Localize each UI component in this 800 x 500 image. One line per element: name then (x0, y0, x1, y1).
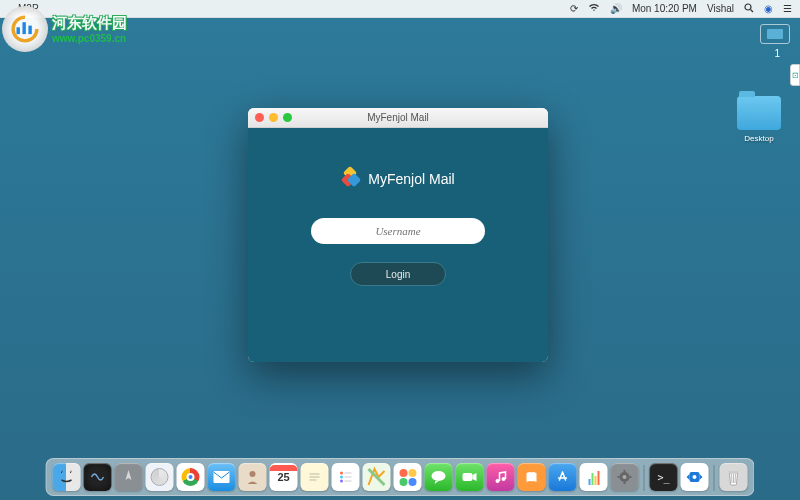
bars-icon (588, 469, 599, 485)
dock-notes[interactable] (301, 463, 329, 491)
dock-itunes[interactable] (487, 463, 515, 491)
globe-icon[interactable]: ◉ (764, 3, 773, 14)
desktop-folder[interactable]: Desktop (734, 96, 784, 143)
brand-logo-icon (341, 166, 361, 192)
app-window: MyFenjol Mail MyFenjol Mail Login (248, 108, 548, 362)
folder-icon (737, 96, 781, 130)
svg-point-21 (623, 475, 627, 479)
dock-safari[interactable] (146, 463, 174, 491)
workspace-switcher[interactable] (760, 24, 790, 44)
svg-rect-28 (729, 471, 739, 473)
maximize-button[interactable] (283, 113, 292, 122)
dock-reminders[interactable] (332, 463, 360, 491)
svg-rect-2 (22, 22, 25, 34)
desktop-folder-label: Desktop (734, 134, 784, 143)
username-input[interactable] (311, 218, 485, 244)
svg-line-1 (751, 9, 754, 12)
notifications-icon[interactable]: ☰ (783, 3, 792, 14)
dock-chrome[interactable] (177, 463, 205, 491)
dock-facetime[interactable] (456, 463, 484, 491)
dock-separator (644, 465, 645, 491)
menubar-user[interactable]: Vishal (707, 3, 734, 14)
dock-teamviewer[interactable] (681, 463, 709, 491)
minimize-button[interactable] (269, 113, 278, 122)
dock-launchpad[interactable] (115, 463, 143, 491)
watermark: 河东软件园 www.pc0359.cn (2, 6, 127, 52)
dock-messages[interactable] (425, 463, 453, 491)
wifi-icon[interactable] (588, 3, 600, 14)
compass-icon (151, 468, 169, 486)
workspace-number: 1 (774, 48, 780, 59)
svg-point-0 (745, 4, 751, 10)
window-title: MyFenjol Mail (248, 112, 548, 123)
svg-rect-5 (214, 471, 230, 483)
dock-contacts[interactable] (239, 463, 267, 491)
dock-appstore[interactable] (549, 463, 577, 491)
svg-point-10 (340, 472, 343, 475)
svg-rect-3 (28, 26, 31, 34)
dock-numbers[interactable] (580, 463, 608, 491)
dock-siri[interactable] (84, 463, 112, 491)
svg-point-11 (340, 476, 343, 479)
close-button[interactable] (255, 113, 264, 122)
dock-finder[interactable] (53, 463, 81, 491)
chrome-icon (182, 468, 200, 486)
dock-mail[interactable] (208, 463, 236, 491)
dock-trash[interactable] (720, 463, 748, 491)
dock-photos[interactable] (394, 463, 422, 491)
dock-terminal[interactable]: >_ (650, 463, 678, 491)
dock-separator-2 (714, 465, 715, 491)
brand-text: MyFenjol Mail (368, 171, 454, 187)
svg-rect-4 (17, 27, 20, 34)
calendar-day: 25 (277, 471, 289, 483)
side-tab-handle[interactable]: ⊡ (790, 64, 800, 86)
menubar-clock[interactable]: Mon 10:20 PM (632, 3, 697, 14)
watermark-url: www.pc0359.cn (52, 33, 127, 44)
calendar-header-icon (270, 465, 298, 471)
window-controls (255, 113, 292, 122)
svg-point-16 (432, 471, 446, 481)
dock-ibooks[interactable] (518, 463, 546, 491)
svg-rect-17 (463, 473, 473, 481)
login-panel: MyFenjol Mail Login (248, 128, 548, 362)
watermark-logo-icon (2, 6, 48, 52)
watermark-site-name: 河东软件园 (52, 14, 127, 33)
dock-preferences[interactable] (611, 463, 639, 491)
dock-maps[interactable] (363, 463, 391, 491)
svg-point-27 (693, 475, 697, 479)
dock-calendar[interactable]: 25 (270, 463, 298, 491)
dock: 25 >_ (46, 458, 755, 496)
workspace-thumbnail-icon (767, 29, 783, 39)
window-titlebar[interactable]: MyFenjol Mail (248, 108, 548, 128)
app-brand: MyFenjol Mail (341, 166, 454, 192)
photos-icon (399, 469, 416, 486)
volume-icon[interactable]: 🔊 (610, 3, 622, 14)
login-button[interactable]: Login (350, 262, 446, 286)
svg-point-6 (250, 471, 256, 477)
menubar-right: ⟳ 🔊 Mon 10:20 PM Vishal ◉ ☰ (570, 3, 792, 15)
svg-point-12 (340, 480, 343, 483)
search-icon[interactable] (744, 3, 754, 15)
sync-icon[interactable]: ⟳ (570, 3, 578, 14)
